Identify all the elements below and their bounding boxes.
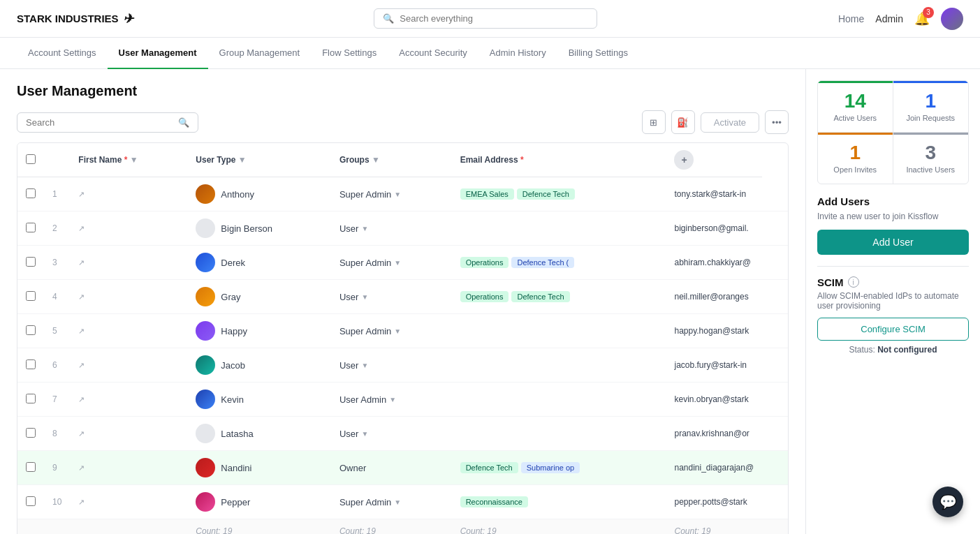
stat-card-join-requests[interactable]: 1 Join Requests bbox=[893, 81, 969, 133]
user-avatar-small bbox=[196, 492, 215, 512]
row-checkbox[interactable] bbox=[26, 291, 36, 301]
row-edit-icon[interactable]: ↗ bbox=[70, 417, 187, 451]
filter-icon: ⛽ bbox=[677, 117, 689, 128]
row-groups: OperationsDefence Tech bbox=[452, 280, 666, 314]
add-users-description: Invite a new user to join Kissflow bbox=[817, 212, 969, 221]
tab-account-security[interactable]: Account Security bbox=[388, 38, 478, 69]
more-options-button[interactable]: ••• bbox=[765, 110, 789, 134]
nav-home[interactable]: Home bbox=[838, 13, 864, 24]
row-checkbox[interactable] bbox=[26, 325, 36, 335]
type-dropdown[interactable]: ▼ bbox=[389, 396, 396, 403]
tab-user-management[interactable]: User Management bbox=[108, 38, 208, 69]
row-first-name: Gray bbox=[187, 280, 331, 314]
user-avatar-small bbox=[196, 321, 215, 341]
type-dropdown[interactable]: ▼ bbox=[394, 327, 401, 335]
right-panel: 14 Active Users 1 Join Requests 1 Open I… bbox=[805, 69, 980, 534]
row-number: 6 bbox=[44, 348, 70, 383]
tab-admin-history[interactable]: Admin History bbox=[478, 38, 557, 69]
tabs-bar: Account SettingsUser ManagementGroup Man… bbox=[0, 38, 980, 69]
group-tag: Reconnaissance bbox=[460, 496, 528, 507]
row-checkbox[interactable] bbox=[26, 462, 36, 472]
row-edit-icon[interactable]: ↗ bbox=[70, 177, 187, 212]
row-email: neil.miller@oranges bbox=[666, 280, 762, 314]
notifications-button[interactable]: 🔔 3 bbox=[914, 11, 930, 27]
tab-account-settings[interactable]: Account Settings bbox=[17, 38, 108, 69]
row-first-name: Latasha bbox=[187, 417, 331, 451]
row-edit-icon[interactable]: ↗ bbox=[70, 383, 187, 417]
row-edit-icon[interactable]: ↗ bbox=[70, 280, 187, 314]
row-checkbox[interactable] bbox=[26, 188, 36, 198]
group-tag: Defence Tech bbox=[517, 188, 575, 200]
group-tag: Operations bbox=[460, 291, 509, 302]
scim-info-icon[interactable]: i bbox=[848, 276, 859, 288]
row-checkbox[interactable] bbox=[26, 496, 36, 506]
row-number: 7 bbox=[44, 383, 70, 417]
configure-scim-button[interactable]: Configure SCIM bbox=[817, 318, 969, 341]
row-user-type: User Admin ▼ bbox=[331, 383, 452, 417]
row-number: 2 bbox=[44, 212, 70, 246]
main-content: User Management 🔍 ⊞ ⛽ Activate ••• bbox=[0, 69, 980, 534]
col-groups: Groups ▼ bbox=[331, 143, 452, 177]
row-edit-icon[interactable]: ↗ bbox=[70, 314, 187, 348]
type-dropdown[interactable]: ▼ bbox=[361, 430, 368, 438]
row-first-name: Derek bbox=[187, 246, 331, 280]
group-tag: EMEA Sales bbox=[460, 188, 514, 200]
search-box[interactable]: 🔍 bbox=[17, 112, 198, 133]
user-avatar-small bbox=[196, 390, 215, 409]
row-number: 9 bbox=[44, 451, 70, 485]
user-avatar-small bbox=[196, 424, 215, 443]
row-number: 10 bbox=[44, 485, 70, 519]
tab-group-management[interactable]: Group Management bbox=[208, 38, 312, 69]
tab-billing-settings[interactable]: Billing Settings bbox=[557, 38, 639, 69]
type-dropdown[interactable]: ▼ bbox=[394, 498, 401, 506]
col-email: Email Address * bbox=[452, 143, 666, 177]
user-avatar-small bbox=[196, 458, 215, 477]
user-avatar[interactable] bbox=[941, 8, 963, 30]
row-checkbox[interactable] bbox=[26, 428, 36, 438]
tab-flow-settings[interactable]: Flow Settings bbox=[311, 38, 388, 69]
global-search-box[interactable]: 🔍 bbox=[374, 8, 597, 29]
row-user-type: Super Admin ▼ bbox=[331, 485, 452, 519]
type-dropdown[interactable]: ▼ bbox=[394, 191, 401, 198]
filter-button[interactable]: ⛽ bbox=[671, 110, 695, 134]
stat-bar bbox=[818, 133, 893, 135]
row-edit-icon[interactable]: ↗ bbox=[70, 451, 187, 485]
row-checkbox[interactable] bbox=[26, 359, 36, 369]
row-edit-icon[interactable]: ↗ bbox=[70, 348, 187, 383]
type-dropdown[interactable]: ▼ bbox=[361, 362, 368, 369]
stat-bar bbox=[818, 81, 893, 83]
activate-button[interactable]: Activate bbox=[701, 112, 759, 133]
row-edit-icon[interactable]: ↗ bbox=[70, 212, 187, 246]
select-all-checkbox[interactable] bbox=[26, 154, 36, 164]
row-edit-icon[interactable]: ↗ bbox=[70, 485, 187, 519]
add-user-button[interactable]: Add User bbox=[817, 230, 969, 255]
row-edit-icon[interactable]: ↗ bbox=[70, 246, 187, 280]
row-user-type: Super Admin ▼ bbox=[331, 246, 452, 280]
stat-card-open-invites[interactable]: 1 Open Invites bbox=[818, 133, 893, 184]
global-search-input[interactable] bbox=[400, 13, 588, 24]
notifications-badge: 3 bbox=[923, 7, 934, 18]
search-input[interactable] bbox=[26, 117, 173, 128]
row-checkbox[interactable] bbox=[26, 394, 36, 403]
row-first-name: Anthony bbox=[187, 177, 331, 212]
add-column-button[interactable]: + bbox=[674, 150, 694, 170]
row-groups: Defence TechSubmarine op bbox=[452, 451, 666, 485]
type-dropdown[interactable]: ▼ bbox=[361, 225, 368, 232]
stat-label: Join Requests bbox=[902, 114, 960, 122]
row-checkbox[interactable] bbox=[26, 223, 36, 232]
stat-card-active-users[interactable]: 14 Active Users bbox=[818, 81, 893, 133]
nav-admin[interactable]: Admin bbox=[875, 13, 903, 24]
table-view-button[interactable]: ⊞ bbox=[642, 110, 666, 134]
type-dropdown[interactable]: ▼ bbox=[361, 293, 368, 301]
table-row: 7 ↗ Kevin User Admin ▼ kevin.obryan@star… bbox=[17, 383, 788, 417]
top-nav: STARK INDUSTRIES ✈ 🔍 Home Admin 🔔 3 bbox=[0, 0, 980, 38]
row-checkbox[interactable] bbox=[26, 257, 36, 267]
stat-card-inactive-users[interactable]: 3 Inactive Users bbox=[893, 133, 969, 184]
row-email: jacob.fury@stark-in bbox=[666, 348, 762, 383]
type-dropdown[interactable]: ▼ bbox=[394, 259, 401, 267]
table-row: 4 ↗ Gray User ▼ OperationsDefence Tech n… bbox=[17, 280, 788, 314]
chat-widget[interactable]: 💬 bbox=[933, 487, 963, 517]
row-number: 1 bbox=[44, 177, 70, 212]
row-user-type: User ▼ bbox=[331, 348, 452, 383]
row-first-name: Happy bbox=[187, 314, 331, 348]
